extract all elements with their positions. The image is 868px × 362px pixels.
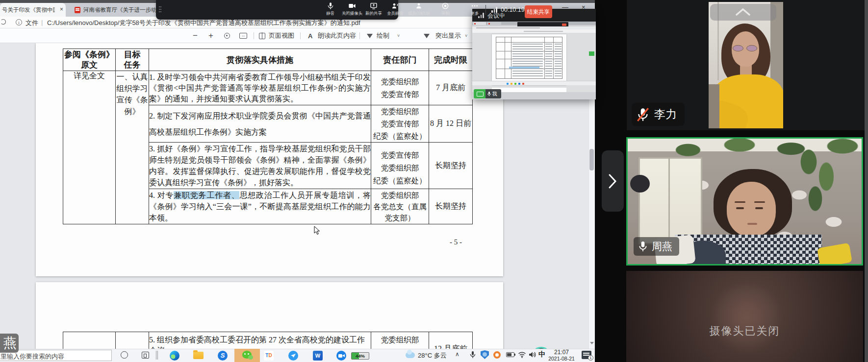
ime-indicator[interactable]: 中: [538, 350, 545, 359]
browser-tab-inactive[interactable]: 河南省教育厅《关于进一步动员: [70, 3, 156, 17]
page-view-button[interactable]: [259, 28, 265, 43]
zoom-reset-icon[interactable]: [224, 28, 230, 43]
notification-center-icon[interactable]: 1: [582, 351, 591, 359]
cell-dept-4: 党委组织部 各党总支（直属 党支部）: [371, 189, 429, 224]
toolbar-drag-handle[interactable]: [159, 6, 161, 13]
more-button[interactable]: 更多: [464, 2, 485, 17]
address-kind-label: 文件: [26, 19, 38, 27]
mini-share-indicator: [589, 51, 594, 56]
taskbar-clock[interactable]: 21:07 2021-08-21: [546, 349, 577, 362]
address-separator: |: [41, 19, 43, 26]
zoom-in-button[interactable]: +: [208, 28, 213, 43]
mouse-cursor: [314, 226, 321, 235]
speaker-icon[interactable]: [529, 351, 536, 358]
edge-browser-icon[interactable]: [170, 351, 179, 361]
meeting-timer: 00:10:19: [501, 6, 525, 13]
draw-label[interactable]: 绘制: [377, 28, 389, 43]
highlight-label[interactable]: 突出显示: [435, 28, 461, 43]
read-aloud-label[interactable]: 朗读此页内容: [318, 28, 356, 43]
participant-tile-lili[interactable]: 李力: [627, 0, 865, 130]
cell-deadline-1: 7 月底前: [429, 71, 473, 105]
table-header-goal: 目标 任务: [116, 49, 149, 71]
wifi-icon[interactable]: [518, 351, 526, 358]
pdf-scrollbar-thumb[interactable]: [589, 149, 594, 170]
read-aloud-icon[interactable]: A: [308, 28, 312, 43]
toolbar-separator: [359, 32, 360, 39]
panel-scrollbar[interactable]: [865, 0, 868, 362]
browser-s-icon[interactable]: S: [218, 351, 228, 361]
pdf-page-2: 5. 组织参加省委高校工委召开的第 27 次全省高校党的建设工作会议 党委组织部…: [36, 282, 503, 349]
table-header-dept: 责任部门: [371, 49, 429, 71]
messenger-icon[interactable]: [288, 351, 298, 361]
cell-dept-2: 党委组织部 党委宣传部 纪委（监察处）: [371, 105, 429, 143]
camera-button[interactable]: 关闭摄像头: [341, 2, 363, 17]
todesk-icon[interactable]: TD: [264, 351, 274, 361]
zoom-out-button[interactable]: −: [193, 28, 198, 43]
tray-battery-icon[interactable]: [506, 352, 514, 357]
text-selection-highlight: 兼职党务工作者、: [174, 191, 239, 199]
mic-icon: [638, 240, 648, 253]
members-button[interactable]: 成员(19/19): [404, 2, 434, 17]
participant-tile-camera-off[interactable]: 摄像头已关闭: [626, 271, 863, 362]
table-header-measures: 贯彻落实具体措施: [149, 49, 371, 71]
search-icon[interactable]: [121, 351, 128, 359]
task-view-icon[interactable]: [142, 352, 149, 359]
meeting-toolbar: 静音 关闭摄像头 新的共享 全员静音 成员(19/19) 录制 更多: [156, 0, 398, 20]
tray-mic-icon[interactable]: [469, 351, 477, 359]
share-screen-icon: [370, 2, 378, 10]
fit-width-button[interactable]: ↔: [239, 28, 247, 43]
highlight-icon[interactable]: [424, 28, 430, 43]
cell-measure-2: 2. 制定下发河南应用技术职业学院委员会贯彻《中国共产党普通高校基层组织工作条例…: [149, 105, 371, 143]
weather-icon[interactable]: [406, 352, 415, 358]
mute-all-button[interactable]: 全员静音: [384, 2, 406, 17]
meeting-name-badge: 燕: [0, 334, 19, 353]
battery-percent-widget[interactable]: 44%: [351, 352, 369, 360]
more-icon: [471, 2, 479, 10]
record-icon: [441, 2, 449, 10]
new-share-button[interactable]: 新的共享: [363, 2, 384, 17]
mute-button[interactable]: 静音: [320, 2, 341, 17]
end-share-button[interactable]: 结束共享: [525, 5, 552, 18]
address-path: C:/Users/lenovo/Desktop/党字58号关于印发《贯彻中国共产…: [47, 19, 360, 27]
word-icon[interactable]: W: [313, 351, 323, 361]
signal-strength-icon: [491, 7, 498, 13]
refresh-icon[interactable]: [0, 19, 6, 24]
meeting-mini-window[interactable]: 会议中: [472, 9, 596, 99]
wechat-icon[interactable]: [242, 351, 252, 359]
screenshot-root: 号关于印发《贯彻中国共 × 河南省教育厅《关于进一步动员 — × i 文件 | …: [0, 0, 868, 362]
pdf-page-1: 参阅《条例》 原文 目标 任务 贯彻落实具体措施 责任部门 完成时限 详见全文 …: [36, 43, 503, 276]
page-info-icon[interactable]: i: [16, 19, 22, 25]
tab-close-icon[interactable]: ×: [60, 6, 63, 13]
mute-all-icon: [391, 2, 399, 10]
cell-ref: 详见全文: [63, 71, 116, 224]
cell-deadline-2: 8 月 12 日前: [429, 105, 473, 143]
tray-expand-icon[interactable]: ∧: [455, 351, 460, 358]
draw-caret-icon[interactable]: ˅: [397, 28, 400, 43]
cell-empty: [63, 332, 116, 349]
record-button[interactable]: 录制: [434, 2, 456, 17]
toolbar-divider: [485, 5, 486, 15]
collapse-panel-button[interactable]: [602, 150, 624, 212]
antivirus-icon[interactable]: [493, 351, 501, 359]
mini-window-preview: 我: [472, 22, 596, 99]
highlight-caret-icon[interactable]: ˅: [465, 28, 467, 43]
tencent-meeting-icon[interactable]: [336, 351, 346, 361]
table-header-ref: 参阅《条例》 原文: [63, 49, 116, 71]
participant-name-label: 李力: [632, 103, 685, 126]
toolbar-separator: [254, 32, 254, 39]
tab-title: 河南省教育厅《关于进一步动员: [83, 6, 156, 14]
participant-tile-zhouyan[interactable]: 周燕: [626, 137, 863, 265]
cell-goal: 一、认真 组织学习 宣传《条 例》: [116, 71, 149, 224]
page-view-label[interactable]: 页面视图: [269, 28, 294, 43]
collapse-videos-button[interactable]: [710, 4, 776, 21]
mic-muted-icon: [637, 107, 649, 122]
scrollbar-down-arrow[interactable]: [590, 342, 594, 344]
file-explorer-icon[interactable]: [193, 352, 204, 359]
weather-text[interactable]: 28°C 多云: [418, 351, 447, 360]
cell-empty: [116, 332, 149, 349]
table-header-deadline: 完成时限: [429, 49, 473, 71]
draw-icon[interactable]: [367, 28, 373, 43]
browser-tab-active[interactable]: 号关于印发《贯彻中国共 ×: [0, 3, 66, 17]
mic-icon: [327, 2, 334, 10]
toolbar-separator: [300, 32, 301, 39]
